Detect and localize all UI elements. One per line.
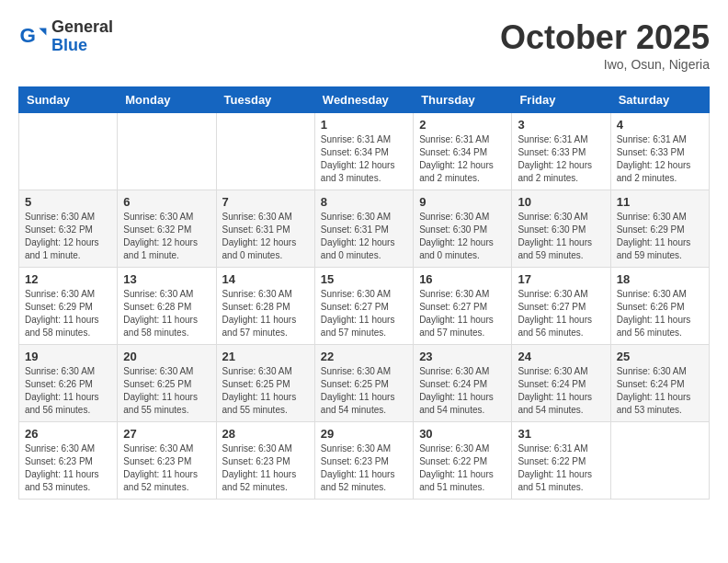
day-info: Sunrise: 6:30 AM Sunset: 6:27 PM Dayligh…	[419, 288, 506, 339]
calendar-day-cell: 21Sunrise: 6:30 AM Sunset: 6:25 PM Dayli…	[216, 345, 314, 422]
calendar-day-cell: 6Sunrise: 6:30 AM Sunset: 6:32 PM Daylig…	[118, 190, 216, 268]
day-info: Sunrise: 6:30 AM Sunset: 6:24 PM Dayligh…	[617, 365, 703, 417]
calendar-day-cell: 31Sunrise: 6:31 AM Sunset: 6:22 PM Dayli…	[512, 422, 610, 500]
calendar-day-cell: 16Sunrise: 6:30 AM Sunset: 6:27 PM Dayli…	[414, 268, 512, 345]
calendar-day-cell: 5Sunrise: 6:30 AM Sunset: 6:32 PM Daylig…	[19, 190, 118, 268]
calendar-day-cell: 13Sunrise: 6:30 AM Sunset: 6:28 PM Dayli…	[118, 268, 216, 345]
day-number: 17	[518, 272, 604, 286]
day-info: Sunrise: 6:31 AM Sunset: 6:33 PM Dayligh…	[617, 133, 703, 185]
day-number: 20	[123, 350, 210, 363]
logo-text: General Blue	[51, 18, 113, 55]
calendar-day-cell: 1Sunrise: 6:31 AM Sunset: 6:34 PM Daylig…	[314, 113, 413, 190]
day-info: Sunrise: 6:31 AM Sunset: 6:34 PM Dayligh…	[321, 133, 407, 185]
calendar-day-cell: 28Sunrise: 6:30 AM Sunset: 6:23 PM Dayli…	[216, 422, 314, 500]
day-number: 11	[617, 195, 703, 209]
day-number: 23	[419, 350, 506, 363]
day-info: Sunrise: 6:30 AM Sunset: 6:23 PM Dayligh…	[25, 442, 111, 494]
day-number: 14	[222, 272, 309, 286]
day-info: Sunrise: 6:30 AM Sunset: 6:27 PM Dayligh…	[321, 288, 407, 339]
calendar-day-cell: 14Sunrise: 6:30 AM Sunset: 6:28 PM Dayli…	[216, 268, 314, 345]
calendar-day-cell: 18Sunrise: 6:30 AM Sunset: 6:26 PM Dayli…	[610, 268, 709, 345]
calendar-col-header: Monday	[118, 87, 216, 113]
day-info: Sunrise: 6:30 AM Sunset: 6:32 PM Dayligh…	[123, 211, 210, 262]
calendar-col-header: Wednesday	[314, 87, 413, 113]
calendar-col-header: Sunday	[19, 87, 118, 113]
day-info: Sunrise: 6:30 AM Sunset: 6:32 PM Dayligh…	[25, 211, 111, 262]
calendar-day-cell	[19, 113, 118, 190]
calendar-day-cell: 30Sunrise: 6:30 AM Sunset: 6:22 PM Dayli…	[414, 422, 512, 500]
day-info: Sunrise: 6:31 AM Sunset: 6:22 PM Dayligh…	[518, 442, 604, 494]
day-number: 10	[518, 195, 604, 209]
day-number: 30	[419, 427, 506, 441]
calendar-day-cell	[216, 113, 314, 190]
day-info: Sunrise: 6:30 AM Sunset: 6:25 PM Dayligh…	[321, 365, 407, 417]
day-info: Sunrise: 6:30 AM Sunset: 6:26 PM Dayligh…	[617, 288, 703, 339]
day-number: 24	[518, 350, 604, 363]
day-info: Sunrise: 6:30 AM Sunset: 6:30 PM Dayligh…	[518, 211, 604, 262]
day-number: 13	[123, 272, 210, 286]
calendar-day-cell: 2Sunrise: 6:31 AM Sunset: 6:34 PM Daylig…	[414, 113, 512, 190]
location: Iwo, Osun, Nigeria	[500, 57, 710, 72]
day-number: 8	[321, 195, 407, 209]
calendar-week-row: 19Sunrise: 6:30 AM Sunset: 6:26 PM Dayli…	[19, 345, 710, 422]
calendar-day-cell: 20Sunrise: 6:30 AM Sunset: 6:25 PM Dayli…	[118, 345, 216, 422]
day-number: 19	[25, 350, 111, 363]
calendar-day-cell: 23Sunrise: 6:30 AM Sunset: 6:24 PM Dayli…	[414, 345, 512, 422]
calendar-day-cell: 10Sunrise: 6:30 AM Sunset: 6:30 PM Dayli…	[512, 190, 610, 268]
logo-icon: G	[18, 22, 48, 52]
calendar-day-cell: 15Sunrise: 6:30 AM Sunset: 6:27 PM Dayli…	[314, 268, 413, 345]
calendar-day-cell: 27Sunrise: 6:30 AM Sunset: 6:23 PM Dayli…	[118, 422, 216, 500]
day-number: 2	[419, 118, 506, 132]
day-info: Sunrise: 6:30 AM Sunset: 6:28 PM Dayligh…	[222, 288, 309, 339]
calendar-day-cell: 26Sunrise: 6:30 AM Sunset: 6:23 PM Dayli…	[19, 422, 118, 500]
calendar-day-cell: 12Sunrise: 6:30 AM Sunset: 6:29 PM Dayli…	[19, 268, 118, 345]
day-info: Sunrise: 6:31 AM Sunset: 6:33 PM Dayligh…	[518, 133, 604, 185]
day-number: 16	[419, 272, 506, 286]
day-info: Sunrise: 6:30 AM Sunset: 6:30 PM Dayligh…	[419, 211, 506, 262]
title-block: October 2025 Iwo, Osun, Nigeria	[500, 18, 710, 72]
day-number: 7	[222, 195, 309, 209]
calendar-day-cell: 9Sunrise: 6:30 AM Sunset: 6:30 PM Daylig…	[414, 190, 512, 268]
day-info: Sunrise: 6:30 AM Sunset: 6:26 PM Dayligh…	[25, 365, 111, 417]
calendar-col-header: Saturday	[610, 87, 709, 113]
day-number: 12	[25, 272, 111, 286]
logo: G General Blue	[18, 18, 113, 55]
calendar-week-row: 1Sunrise: 6:31 AM Sunset: 6:34 PM Daylig…	[19, 113, 710, 190]
day-info: Sunrise: 6:30 AM Sunset: 6:24 PM Dayligh…	[518, 365, 604, 417]
calendar-day-cell: 24Sunrise: 6:30 AM Sunset: 6:24 PM Dayli…	[512, 345, 610, 422]
day-number: 5	[25, 195, 111, 209]
calendar-col-header: Friday	[512, 87, 610, 113]
month-title: October 2025	[500, 18, 710, 57]
calendar-col-header: Thursday	[414, 87, 512, 113]
day-info: Sunrise: 6:31 AM Sunset: 6:34 PM Dayligh…	[419, 133, 506, 185]
day-number: 31	[518, 427, 604, 441]
calendar-col-header: Tuesday	[216, 87, 314, 113]
day-number: 15	[321, 272, 407, 286]
day-info: Sunrise: 6:30 AM Sunset: 6:22 PM Dayligh…	[419, 442, 506, 494]
day-info: Sunrise: 6:30 AM Sunset: 6:25 PM Dayligh…	[123, 365, 210, 417]
calendar-day-cell: 22Sunrise: 6:30 AM Sunset: 6:25 PM Dayli…	[314, 345, 413, 422]
day-info: Sunrise: 6:30 AM Sunset: 6:23 PM Dayligh…	[222, 442, 309, 494]
day-info: Sunrise: 6:30 AM Sunset: 6:24 PM Dayligh…	[419, 365, 506, 417]
day-number: 9	[419, 195, 506, 209]
day-number: 22	[321, 350, 407, 363]
day-number: 4	[617, 118, 703, 132]
calendar-day-cell: 29Sunrise: 6:30 AM Sunset: 6:23 PM Dayli…	[314, 422, 413, 500]
day-info: Sunrise: 6:30 AM Sunset: 6:29 PM Dayligh…	[25, 288, 111, 339]
day-info: Sunrise: 6:30 AM Sunset: 6:31 PM Dayligh…	[321, 211, 407, 262]
day-number: 6	[123, 195, 210, 209]
day-info: Sunrise: 6:30 AM Sunset: 6:23 PM Dayligh…	[321, 442, 407, 494]
day-info: Sunrise: 6:30 AM Sunset: 6:28 PM Dayligh…	[123, 288, 210, 339]
day-number: 18	[617, 272, 703, 286]
calendar-day-cell: 4Sunrise: 6:31 AM Sunset: 6:33 PM Daylig…	[610, 113, 709, 190]
logo-general: General	[51, 18, 113, 37]
calendar-day-cell: 8Sunrise: 6:30 AM Sunset: 6:31 PM Daylig…	[314, 190, 413, 268]
calendar-day-cell: 11Sunrise: 6:30 AM Sunset: 6:29 PM Dayli…	[610, 190, 709, 268]
page-header: G General Blue October 2025 Iwo, Osun, N…	[18, 18, 710, 72]
day-info: Sunrise: 6:30 AM Sunset: 6:29 PM Dayligh…	[617, 211, 703, 262]
calendar-day-cell	[118, 113, 216, 190]
svg-marker-1	[39, 28, 46, 35]
calendar-week-row: 26Sunrise: 6:30 AM Sunset: 6:23 PM Dayli…	[19, 422, 710, 500]
day-number: 21	[222, 350, 309, 363]
svg-text:G: G	[20, 24, 36, 47]
